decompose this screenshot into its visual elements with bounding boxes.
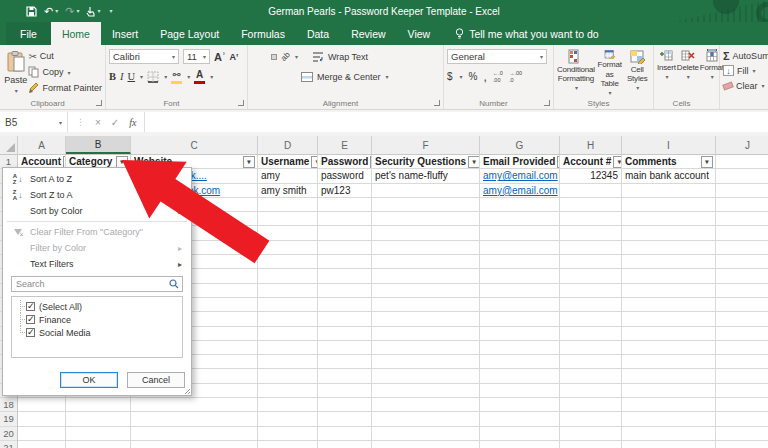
align-right-button[interactable] <box>271 74 277 80</box>
decrease-font-button[interactable]: Aʽ <box>230 52 239 62</box>
cell-E5[interactable] <box>318 212 372 226</box>
cell-A21[interactable] <box>18 441 66 448</box>
column-header-H[interactable]: H <box>560 136 622 154</box>
bold-button[interactable]: B <box>109 71 116 82</box>
insert-cells-button[interactable]: Insert ▾ <box>657 48 676 96</box>
cell-E2[interactable]: password <box>318 169 372 183</box>
cell-E11[interactable] <box>318 298 372 312</box>
cell-H6[interactable] <box>560 226 622 240</box>
name-box[interactable]: B5 ▾ <box>0 112 68 132</box>
cell-I20[interactable] <box>622 427 716 441</box>
fill-color-caret-icon[interactable]: ▾ <box>187 73 190 80</box>
font-color-button[interactable]: A <box>194 70 205 84</box>
filter-button-security-questions[interactable]: ▾ <box>468 156 480 168</box>
align-center-button[interactable] <box>261 74 267 80</box>
cut-button[interactable]: ✂Cut <box>28 49 102 64</box>
cell-G3[interactable]: amy@email.com <box>480 184 560 198</box>
cell-I10[interactable] <box>622 284 716 298</box>
cell-H8[interactable] <box>560 255 622 269</box>
cell-I6[interactable] <box>622 226 716 240</box>
column-header-B[interactable]: B <box>66 136 131 154</box>
cell-I13[interactable] <box>622 327 716 341</box>
cell-F2[interactable]: pet's name-fluffy <box>372 169 480 183</box>
underline-caret-icon[interactable]: ▾ <box>140 73 143 80</box>
accounting-format-button[interactable]: $ <box>447 71 453 82</box>
cell-G9[interactable] <box>480 269 560 283</box>
menu-item-sort-a-to-z[interactable]: AZ↓Sort A to Z <box>3 171 191 187</box>
wrap-text-icon[interactable] <box>312 52 324 62</box>
cell-J13[interactable] <box>716 327 768 341</box>
cell-H17[interactable] <box>560 384 622 398</box>
row-header-20[interactable]: 20 <box>0 427 17 441</box>
cell-H4[interactable] <box>560 198 622 212</box>
cell-J16[interactable] <box>716 369 768 383</box>
cell-G16[interactable] <box>480 369 560 383</box>
cell-D1[interactable]: Username▾ <box>258 155 318 169</box>
merge-center-caret-icon[interactable]: ▾ <box>386 73 389 80</box>
number-format-combo[interactable]: General▾ <box>447 49 547 64</box>
cell-D11[interactable] <box>258 298 318 312</box>
cell-G1[interactable]: Email Provided▾ <box>480 155 560 169</box>
cell-J5[interactable] <box>716 212 768 226</box>
format-painter-button[interactable]: Format Painter <box>28 81 102 96</box>
cell-F11[interactable] <box>372 298 480 312</box>
cell-G11[interactable] <box>480 298 560 312</box>
clear-button[interactable]: Clear▾ <box>723 78 768 93</box>
cell-C19[interactable] <box>131 412 258 426</box>
cell-D21[interactable] <box>258 441 318 448</box>
accounting-caret-icon[interactable]: ▾ <box>460 73 463 80</box>
tab-formulas[interactable]: Formulas <box>230 22 296 45</box>
cell-I19[interactable] <box>622 412 716 426</box>
tell-me-box[interactable]: Tell me what you want to do <box>455 22 599 45</box>
filter-button-category[interactable]: ▾ <box>116 156 128 168</box>
cell-F15[interactable] <box>372 355 480 369</box>
cell-E7[interactable] <box>318 241 372 255</box>
cell-G10[interactable] <box>480 284 560 298</box>
row-header-21[interactable]: 21 <box>0 441 17 448</box>
underline-button[interactable]: U <box>128 71 136 82</box>
cell-E17[interactable] <box>318 384 372 398</box>
cell-H14[interactable] <box>560 341 622 355</box>
cell-E15[interactable] <box>318 355 372 369</box>
cell-H2[interactable]: 12345 <box>560 169 622 183</box>
cell-I5[interactable] <box>622 212 716 226</box>
cell-F7[interactable] <box>372 241 480 255</box>
cell-H19[interactable] <box>560 412 622 426</box>
align-left-button[interactable] <box>251 74 257 80</box>
tab-home[interactable]: Home <box>51 22 101 45</box>
cell-I15[interactable] <box>622 355 716 369</box>
cell-link[interactable]: amy@email.com <box>483 185 558 196</box>
checkbox-select-all[interactable] <box>26 302 35 311</box>
cell-E8[interactable] <box>318 255 372 269</box>
cell-B20[interactable] <box>66 427 131 441</box>
cell-H5[interactable] <box>560 212 622 226</box>
delete-cells-button[interactable]: Delete ▾ <box>677 48 699 96</box>
cell-G8[interactable] <box>480 255 560 269</box>
cell-D13[interactable] <box>258 327 318 341</box>
font-name-combo[interactable]: Calibri▾ <box>109 49 179 64</box>
checkbox-social-media[interactable] <box>26 328 35 337</box>
increase-decimal-button[interactable]: ←.0.00 <box>493 70 503 82</box>
tab-view[interactable]: View <box>397 22 442 45</box>
cell-H18[interactable] <box>560 398 622 412</box>
cell-F12[interactable] <box>372 312 480 326</box>
cell-H21[interactable] <box>560 441 622 448</box>
cell-D17[interactable] <box>258 384 318 398</box>
cell-F5[interactable] <box>372 212 480 226</box>
formula-input[interactable] <box>145 112 768 132</box>
cell-D4[interactable] <box>258 198 318 212</box>
cell-F6[interactable] <box>372 226 480 240</box>
cell-A19[interactable] <box>18 412 66 426</box>
cell-B18[interactable] <box>66 398 131 412</box>
cancel-entry-icon[interactable]: × <box>95 117 101 128</box>
fill-button[interactable]: ↓Fill▾ <box>723 63 768 78</box>
cell-J20[interactable] <box>716 427 768 441</box>
enter-entry-icon[interactable]: ✓ <box>111 117 119 128</box>
cell-I17[interactable] <box>622 384 716 398</box>
paste-button[interactable]: Paste ▾ <box>3 48 28 96</box>
decrease-indent-button[interactable] <box>281 74 287 80</box>
cell-F21[interactable] <box>372 441 480 448</box>
cell-D15[interactable] <box>258 355 318 369</box>
bottom-align-button[interactable] <box>271 54 277 60</box>
cell-J1[interactable] <box>716 155 768 169</box>
